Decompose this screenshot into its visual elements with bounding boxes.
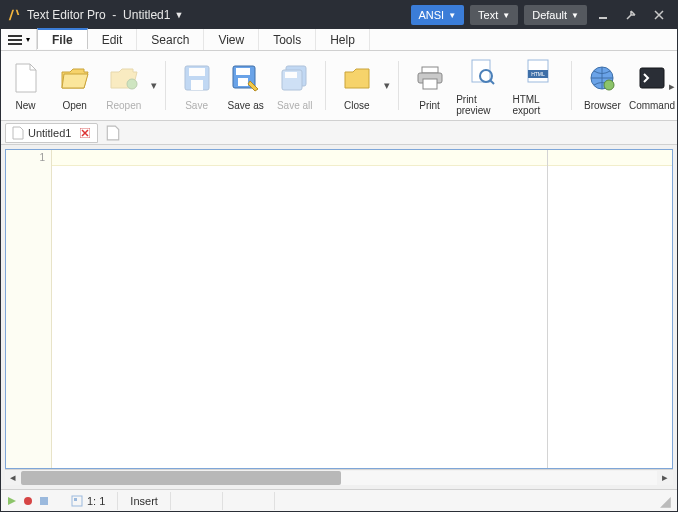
svg-rect-6 xyxy=(189,68,205,76)
svg-rect-7 xyxy=(191,80,203,90)
new-file-icon xyxy=(10,62,42,94)
main-menu-button[interactable]: ▾ xyxy=(1,29,37,50)
svg-text:HTML: HTML xyxy=(531,71,545,77)
app-name-label: Text Editor Pro xyxy=(27,8,106,22)
svg-point-23 xyxy=(604,80,614,90)
tab-edit[interactable]: Edit xyxy=(88,29,138,50)
scroll-right-button[interactable]: ▸ xyxy=(657,471,673,485)
insert-mode-label: Insert xyxy=(130,495,158,507)
scroll-track[interactable] xyxy=(21,471,657,485)
globe-icon xyxy=(586,62,618,94)
doc-name-label: Untitled1 xyxy=(123,8,170,22)
print-preview-button[interactable]: Print preview xyxy=(456,55,508,117)
close-button[interactable] xyxy=(647,5,671,25)
print-button[interactable]: Print xyxy=(407,55,452,117)
open-button[interactable]: Open xyxy=(52,55,97,117)
html-export-icon: HTML xyxy=(522,56,554,88)
ribbon-toolbar: New Open Reopen ▾ Save Save as xyxy=(1,51,677,121)
macro-stop-icon[interactable] xyxy=(39,496,49,506)
title-bar: Text Editor Pro - Untitled1 ▼ ANSI ▼ Tex… xyxy=(1,1,677,29)
chevron-down-icon: ▾ xyxy=(26,35,30,44)
status-bar: 1: 1 Insert ◢ xyxy=(1,489,677,511)
menu-tab-strip: ▾ File Edit Search View Tools Help xyxy=(1,29,677,51)
document-tab[interactable]: Untitled1 xyxy=(5,123,98,143)
tab-view[interactable]: View xyxy=(204,29,259,50)
hamburger-icon xyxy=(8,35,22,45)
save-button[interactable]: Save xyxy=(174,55,219,117)
html-export-button[interactable]: HTML HTML export xyxy=(512,55,563,117)
text-area[interactable] xyxy=(52,150,672,468)
ribbon-scroll-right[interactable]: ▸ xyxy=(669,79,675,92)
chevron-down-icon: ▼ xyxy=(571,11,579,20)
document-icon xyxy=(12,126,24,140)
save-all-button[interactable]: Save all xyxy=(272,55,317,117)
document-tab-strip: Untitled1 xyxy=(1,121,677,145)
svg-rect-13 xyxy=(285,72,297,78)
svg-rect-10 xyxy=(238,78,248,86)
tab-close-button[interactable] xyxy=(79,127,91,139)
reopen-dropdown[interactable]: ▾ xyxy=(148,55,159,116)
encoding-dropdown[interactable]: ANSI ▼ xyxy=(411,5,465,25)
close-dropdown[interactable]: ▾ xyxy=(381,55,392,116)
close-button-ribbon[interactable]: Close xyxy=(334,55,379,117)
window-title[interactable]: Text Editor Pro - Untitled1 ▼ xyxy=(27,8,183,22)
svg-rect-9 xyxy=(236,68,250,75)
cursor-position-cell[interactable]: 1: 1 xyxy=(59,492,118,510)
document-tab-label: Untitled1 xyxy=(28,127,71,139)
app-icon xyxy=(7,8,21,22)
chevron-down-icon: ▼ xyxy=(502,11,510,20)
tab-tools[interactable]: Tools xyxy=(259,29,316,50)
svg-rect-14 xyxy=(422,67,438,73)
folder-open-icon xyxy=(59,62,91,94)
status-spacer-2 xyxy=(223,492,275,510)
printer-icon xyxy=(414,62,446,94)
svg-rect-3 xyxy=(8,43,22,45)
editor-container: 1 ◂ ▸ xyxy=(1,145,677,489)
svg-rect-0 xyxy=(599,17,607,19)
reopen-button[interactable]: Reopen xyxy=(101,55,146,117)
theme-dropdown[interactable]: Default ▼ xyxy=(524,5,587,25)
right-margin-guide xyxy=(547,150,548,468)
svg-point-26 xyxy=(24,497,32,505)
chevron-down-icon: ▼ xyxy=(448,11,456,20)
status-spacer-1 xyxy=(171,492,223,510)
line-number: 1 xyxy=(6,152,45,163)
mode-dropdown[interactable]: Text ▼ xyxy=(470,5,518,25)
svg-rect-2 xyxy=(8,39,22,41)
browser-button[interactable]: Browser xyxy=(580,55,625,117)
tab-search[interactable]: Search xyxy=(137,29,204,50)
macro-play-icon[interactable] xyxy=(7,496,17,506)
save-all-icon xyxy=(279,62,311,94)
maximize-button[interactable] xyxy=(619,5,643,25)
folder-reopen-icon xyxy=(108,62,140,94)
title-dropdown-icon: ▼ xyxy=(174,10,183,20)
close-icon xyxy=(80,128,90,138)
svg-rect-27 xyxy=(40,497,48,505)
terminal-icon xyxy=(636,62,668,94)
svg-rect-24 xyxy=(640,68,664,88)
insert-mode-cell[interactable]: Insert xyxy=(118,492,171,510)
horizontal-scrollbar[interactable]: ◂ ▸ xyxy=(5,469,673,485)
app-window: Text Editor Pro - Untitled1 ▼ ANSI ▼ Tex… xyxy=(0,0,678,512)
minimize-button[interactable] xyxy=(591,5,615,25)
macro-record-icon[interactable] xyxy=(23,496,33,506)
scroll-thumb[interactable] xyxy=(21,471,341,485)
tab-help[interactable]: Help xyxy=(316,29,370,50)
resize-grip[interactable]: ◢ xyxy=(660,493,671,509)
cursor-position: 1: 1 xyxy=(87,495,105,507)
save-as-icon xyxy=(230,62,262,94)
scroll-left-button[interactable]: ◂ xyxy=(5,471,21,485)
save-icon xyxy=(181,62,213,94)
tab-file[interactable]: File xyxy=(37,28,88,49)
folder-close-icon xyxy=(341,62,373,94)
svg-rect-29 xyxy=(74,498,77,501)
text-editor[interactable]: 1 xyxy=(5,149,673,469)
new-tab-button[interactable] xyxy=(106,125,120,141)
svg-point-4 xyxy=(127,79,137,89)
print-preview-icon xyxy=(466,56,498,88)
line-number-gutter: 1 xyxy=(6,150,52,468)
new-button[interactable]: New xyxy=(3,55,48,117)
svg-rect-16 xyxy=(423,79,437,89)
save-as-button[interactable]: Save as xyxy=(223,55,268,117)
cursor-position-icon xyxy=(71,495,83,507)
